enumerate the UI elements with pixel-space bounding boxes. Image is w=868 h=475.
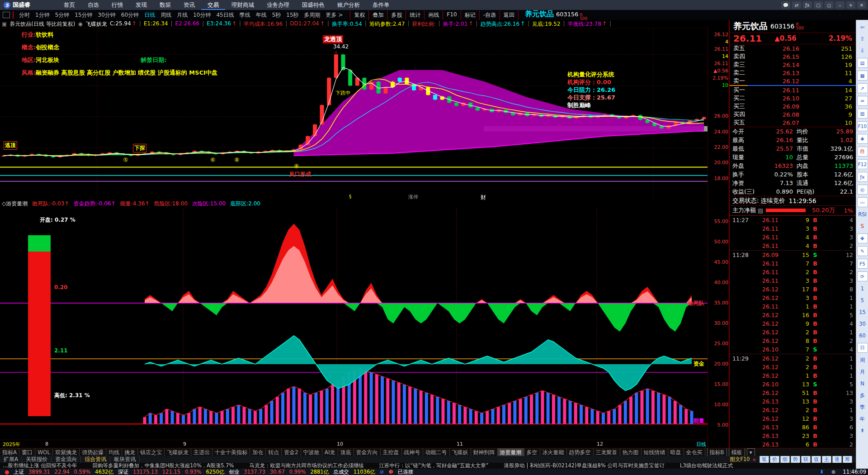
right-tool-自[interactable]: 自 <box>857 147 868 157</box>
right-tool-年[interactable]: 年 <box>858 414 868 423</box>
right-tool-♒[interactable]: ♒ <box>857 96 868 106</box>
menu-数据[interactable]: 数据 <box>153 0 177 10</box>
period-tab-45日线[interactable]: 45日线 <box>213 10 236 20</box>
indicator-tab-▾[interactable]: ▾ <box>747 448 755 456</box>
window-button-0[interactable]: 💬 <box>781 1 790 9</box>
menu-账户分析[interactable]: 账户分析 <box>331 0 366 10</box>
period-tab-1分钟[interactable]: 1分钟 <box>33 10 52 20</box>
news-item-0[interactable]: …股市继续上涨 但回报不及今年 <box>3 463 77 469</box>
tick-row[interactable]: 26.1386B6 <box>730 423 856 432</box>
right-tool-5[interactable]: 5 <box>858 296 868 305</box>
menu-发现[interactable]: 发现 <box>129 0 153 10</box>
right-tool-多[interactable]: 多 <box>858 391 868 400</box>
right-tool-1[interactable]: 1 <box>858 284 868 293</box>
window-button-5[interactable]: – <box>835 1 844 9</box>
window-button-2[interactable]: ƒx <box>803 1 812 9</box>
right-tool-⇞[interactable]: ⇞ <box>858 426 868 435</box>
buy-row-4[interactable]: 买四26.089 <box>730 110 856 119</box>
menu-行情[interactable]: 行情 <box>105 0 129 10</box>
tick-row[interactable]: 26.112B2 <box>730 268 856 276</box>
period-tab-周线[interactable]: 周线 <box>158 10 174 20</box>
f10-link[interactable]: 图文F10 <box>730 456 750 463</box>
action-tab-叠加[interactable]: 叠加 <box>368 10 387 20</box>
indicator-tab-双紫擒龙[interactable]: 双紫擒龙 <box>53 448 80 457</box>
period-tab-季线[interactable]: 季线 <box>237 10 253 20</box>
indicator-tab-趋势多空[interactable]: 趋势多空 <box>567 448 594 457</box>
period-tab-10分钟[interactable]: 10分钟 <box>190 10 213 20</box>
sell-row-2[interactable]: 卖二26.1311 <box>730 69 856 77</box>
sell-row-4[interactable]: 卖四26.15126 <box>730 52 856 61</box>
window-button-3[interactable]: ▢ <box>814 1 823 9</box>
menu-业务办理[interactable]: 业务办理 <box>260 0 296 10</box>
period-tab-多周期[interactable]: 多周期 <box>302 10 323 20</box>
extension-tab-关联报价[interactable]: 关联报价 <box>22 456 52 463</box>
mini-tab-值[interactable]: 值 <box>811 456 821 463</box>
mini-tab-细[interactable]: 细 <box>780 456 790 463</box>
tick-row[interactable]: 26.1212B3 <box>730 414 856 423</box>
news-item-2[interactable]: 马克龙：欧盟与南方共同市场协议的工作必须继续 <box>249 463 363 469</box>
indicator-tab-镇店之宝[interactable]: 镇店之宝 <box>138 448 165 457</box>
right-tool-S[interactable]: S <box>858 222 868 231</box>
indicator-tab-顶底[interactable]: 顶底 <box>338 448 354 457</box>
panel-icon[interactable]: ▣ <box>2 21 7 27</box>
right-tool-◎[interactable]: ◎ <box>857 185 868 195</box>
menu-交易[interactable]: 交易 <box>201 0 225 10</box>
indicator-tab-三龙聚首[interactable]: 三龙聚首 <box>594 448 620 457</box>
indicator-tab-全仓买[interactable]: 全仓买 <box>684 448 705 457</box>
subheader-seg-0[interactable]: ◇游资量潮 <box>2 200 28 208</box>
mini-tab-联[interactable]: 联 <box>801 456 811 463</box>
mini-tab-筹[interactable]: 筹 <box>843 456 852 463</box>
period-tab-60分钟[interactable]: 60分钟 <box>118 10 142 20</box>
period-tab-15分钟[interactable]: 15分钟 <box>72 10 95 20</box>
right-tool-↗[interactable]: ↗ <box>857 83 868 93</box>
period-tab-30分钟[interactable]: 30分钟 <box>95 10 118 20</box>
tick-row[interactable]: 26.128B2 <box>730 337 856 345</box>
tick-row[interactable]: 26.1217B8 <box>730 285 856 294</box>
buy-row-5[interactable]: 买五26.0710 <box>730 119 856 127</box>
period-tab-更多 >[interactable]: 更多 > <box>323 10 346 20</box>
indicator-tab-资金2[interactable]: 资金2 <box>282 448 301 457</box>
extension-tab-扩展A[interactable]: 扩展A <box>0 456 22 463</box>
tick-row[interactable]: 26.129B4 <box>730 319 856 328</box>
menu-首页[interactable]: 首页 <box>57 0 81 10</box>
news-item-1[interactable]: 回购等多重利好叠加，中集集团H股大涨超10%，A股涨5.7% <box>93 463 234 469</box>
right-tool-60[interactable]: 60 <box>858 331 868 340</box>
tick-row[interactable]: 26.123B1 <box>730 294 856 302</box>
window-button-6[interactable]: + <box>846 1 855 9</box>
tick-row[interactable]: 26.113B3 <box>730 224 856 233</box>
status-right-1[interactable]: ⊕ <box>831 469 836 475</box>
tick-row[interactable]: 26.1013S5 <box>730 380 856 389</box>
indicator-tab-资金方向[interactable]: 资金方向 <box>354 448 381 457</box>
window-button-1[interactable]: ⇄ <box>792 1 801 9</box>
tick-row[interactable]: 26.121B1 <box>730 371 856 380</box>
buy-row-2[interactable]: 买二26.1027 <box>730 94 856 102</box>
indicator-tab-窗口[interactable]: 窗口 <box>19 448 35 457</box>
tick-row[interactable]: 11:2926.122B1 <box>730 354 856 363</box>
status-right-0[interactable]: ⬍ <box>820 469 824 475</box>
menu-国盛特色[interactable]: 国盛特色 <box>296 0 331 10</box>
menu-资讯[interactable]: 资讯 <box>177 0 201 10</box>
indicator-tab-指标B[interactable]: 指标B <box>707 448 727 456</box>
right-tool-⟳[interactable]: ⟳ <box>857 271 868 281</box>
indicator-tab-财神到阵[interactable]: 财神到阵 <box>471 448 498 457</box>
indicator-tab-WOL[interactable]: WOL <box>35 449 53 456</box>
sell-row-3[interactable]: 卖三26.1419 <box>730 61 856 69</box>
indicator-name[interactable]: 飞碟妖龙 <box>85 20 107 28</box>
action-tab-统计[interactable]: 统计 <box>406 10 424 20</box>
indicator-tab-十全十美指标[interactable]: 十全十美指标 <box>212 448 250 457</box>
right-tool-▦[interactable]: ▦ <box>857 71 868 81</box>
window-button-4[interactable]: ◻ <box>825 1 834 9</box>
mini-tab-主[interactable]: 主 <box>822 456 831 463</box>
right-tool-▥[interactable]: ▥ <box>857 109 868 119</box>
right-tool-▤[interactable]: ▤ <box>857 58 868 68</box>
right-tool-30[interactable]: 30 <box>858 319 868 328</box>
mini-tab-势[interactable]: 势 <box>791 456 800 463</box>
tick-row[interactable]: 26.1251B13 <box>730 389 856 397</box>
right-tool-〰[interactable]: 〰 <box>857 197 868 207</box>
tick-list[interactable]: 11:2726.119B426.113B326.114B326.114B211:… <box>730 215 856 449</box>
right-tool-RSI[interactable]: RSI <box>858 210 868 219</box>
tick-row[interactable]: 26.122B1 <box>730 363 856 371</box>
menu-理财商城[interactable]: 理财商城 <box>225 0 260 10</box>
indicator-tab-动能二号[interactable]: 动能二号 <box>423 448 450 457</box>
action-tab-复权[interactable]: 复权 <box>350 10 368 20</box>
